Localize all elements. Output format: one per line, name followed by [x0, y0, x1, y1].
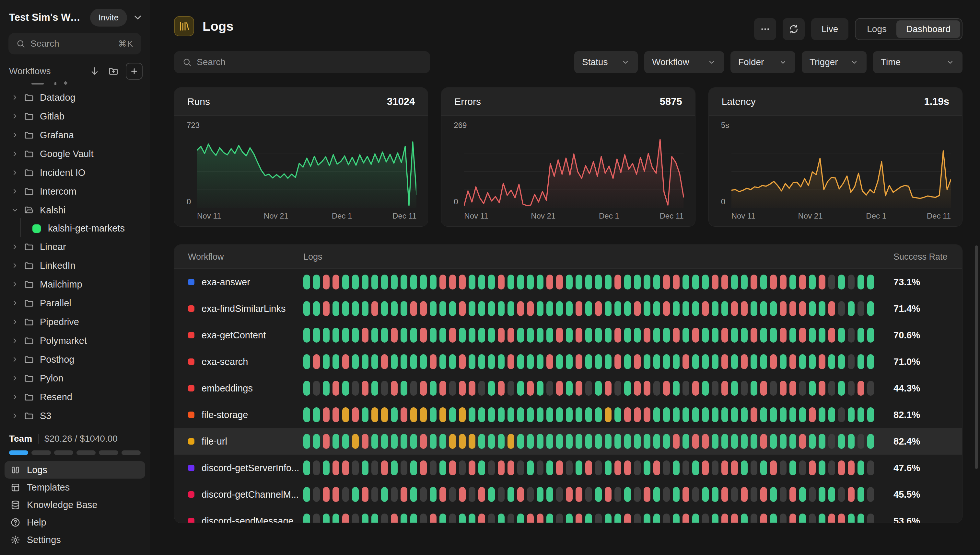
log-capsule-success[interactable]: [615, 513, 621, 523]
table-row-discord-getserverinfo-[interactable]: discord-getServerInfo...47.6%: [174, 455, 962, 481]
log-capsule-empty[interactable]: [517, 460, 524, 475]
log-capsule-empty[interactable]: [313, 487, 320, 502]
log-capsule-error[interactable]: [323, 301, 330, 316]
log-capsule-empty[interactable]: [595, 460, 602, 475]
log-capsule-error[interactable]: [430, 354, 436, 369]
log-capsule-success[interactable]: [410, 354, 417, 369]
log-capsule-success[interactable]: [595, 407, 602, 422]
log-capsule-error[interactable]: [721, 460, 728, 475]
log-capsule-success[interactable]: [362, 274, 369, 289]
log-capsule-warning[interactable]: [439, 407, 446, 422]
log-capsule-error[interactable]: [692, 381, 699, 396]
log-capsule-error[interactable]: [410, 301, 417, 316]
log-capsule-success[interactable]: [828, 487, 835, 502]
log-capsule-success[interactable]: [731, 434, 738, 449]
log-capsule-success[interactable]: [537, 328, 544, 343]
log-capsule-success[interactable]: [566, 354, 573, 369]
log-capsule-error[interactable]: [789, 487, 796, 502]
log-capsule-error[interactable]: [391, 381, 397, 396]
log-capsule-success[interactable]: [682, 274, 689, 289]
log-capsule-success[interactable]: [439, 513, 446, 523]
log-capsule-success[interactable]: [712, 434, 718, 449]
log-capsule-success[interactable]: [595, 354, 602, 369]
log-capsule-success[interactable]: [673, 301, 679, 316]
log-capsule-success[interactable]: [576, 434, 583, 449]
log-capsule-success[interactable]: [478, 274, 485, 289]
sidebar-folder-linear[interactable]: Linear: [0, 237, 150, 256]
log-capsule-success[interactable]: [751, 381, 757, 396]
log-capsule-success[interactable]: [381, 328, 388, 343]
log-capsule-empty[interactable]: [858, 434, 864, 449]
log-capsule-success[interactable]: [488, 381, 495, 396]
log-capsule-success[interactable]: [585, 407, 592, 422]
log-capsule-success[interactable]: [653, 301, 660, 316]
log-capsule-error[interactable]: [498, 274, 505, 289]
log-capsule-success[interactable]: [303, 434, 310, 449]
log-capsule-empty[interactable]: [780, 513, 787, 523]
sidebar-folder-incident-io[interactable]: Incident IO: [0, 163, 150, 182]
log-capsule-error[interactable]: [498, 381, 505, 396]
log-capsule-empty[interactable]: [702, 513, 709, 523]
log-capsule-success[interactable]: [430, 274, 436, 289]
log-capsule-empty[interactable]: [848, 328, 854, 343]
log-capsule-success[interactable]: [517, 381, 524, 396]
log-capsule-success[interactable]: [498, 407, 505, 422]
log-capsule-error[interactable]: [323, 434, 330, 449]
log-capsule-empty[interactable]: [410, 381, 417, 396]
log-capsule-success[interactable]: [809, 354, 816, 369]
log-capsule-success[interactable]: [712, 513, 718, 523]
log-capsule-success[interactable]: [624, 434, 631, 449]
log-capsule-success[interactable]: [498, 354, 505, 369]
log-capsule-error[interactable]: [721, 513, 728, 523]
log-capsule-empty[interactable]: [352, 513, 359, 523]
log-capsule-empty[interactable]: [780, 487, 787, 502]
log-capsule-error[interactable]: [527, 513, 534, 523]
log-capsule-empty[interactable]: [313, 460, 320, 475]
log-capsule-success[interactable]: [867, 328, 874, 343]
log-capsule-error[interactable]: [459, 354, 466, 369]
log-capsule-empty[interactable]: [799, 381, 806, 396]
log-capsule-error[interactable]: [468, 381, 475, 396]
view-toggle-logs[interactable]: Logs: [857, 21, 896, 38]
sidebar-folder-linkedin[interactable]: LinkedIn: [0, 256, 150, 275]
table-row-file-url[interactable]: file-url82.4%: [174, 428, 962, 455]
log-capsule-warning[interactable]: [468, 434, 475, 449]
log-capsule-empty[interactable]: [488, 513, 495, 523]
log-capsule-error[interactable]: [459, 487, 466, 502]
log-capsule-error[interactable]: [323, 407, 330, 422]
log-capsule-error[interactable]: [809, 460, 816, 475]
log-capsule-error[interactable]: [644, 487, 650, 502]
log-capsule-empty[interactable]: [595, 513, 602, 523]
workflow-name[interactable]: file-url: [201, 436, 227, 447]
log-capsule-error[interactable]: [819, 381, 826, 396]
log-capsule-empty[interactable]: [313, 513, 320, 523]
filter-dropdown-status[interactable]: Status: [574, 51, 638, 73]
log-capsule-empty[interactable]: [799, 460, 806, 475]
log-capsule-success[interactable]: [653, 487, 660, 502]
log-capsule-success[interactable]: [789, 460, 796, 475]
log-capsule-success[interactable]: [303, 301, 310, 316]
log-capsule-success[interactable]: [751, 354, 757, 369]
log-capsule-error[interactable]: [731, 513, 738, 523]
workflow-name[interactable]: file-storage: [201, 410, 248, 420]
log-capsule-success[interactable]: [585, 328, 592, 343]
log-capsule-success[interactable]: [848, 434, 854, 449]
log-capsule-error[interactable]: [721, 381, 728, 396]
table-row-exa-findsimilarlinks[interactable]: exa-findSimilarLinks71.4%: [174, 295, 962, 322]
log-capsule-empty[interactable]: [867, 487, 874, 502]
log-capsule-error[interactable]: [391, 328, 397, 343]
log-capsule-success[interactable]: [858, 487, 864, 502]
log-capsule-success[interactable]: [585, 274, 592, 289]
log-capsule-success[interactable]: [741, 407, 748, 422]
log-capsule-success[interactable]: [673, 381, 679, 396]
log-capsule-error[interactable]: [527, 301, 534, 316]
log-capsule-empty[interactable]: [848, 381, 854, 396]
log-capsule-success[interactable]: [780, 354, 787, 369]
log-capsule-success[interactable]: [401, 434, 407, 449]
log-capsule-success[interactable]: [430, 434, 436, 449]
log-capsule-error[interactable]: [362, 434, 369, 449]
log-capsule-error[interactable]: [333, 407, 339, 422]
log-capsule-error[interactable]: [459, 301, 466, 316]
log-capsule-success[interactable]: [760, 407, 767, 422]
log-capsule-empty[interactable]: [682, 460, 689, 475]
